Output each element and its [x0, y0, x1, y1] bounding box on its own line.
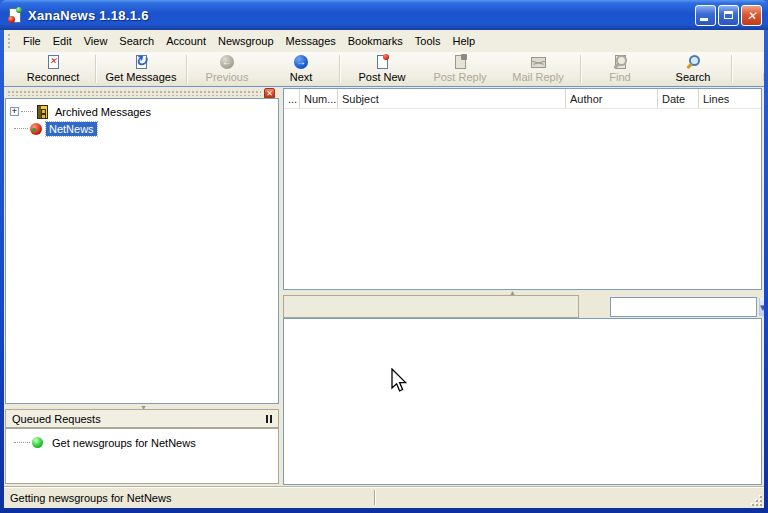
search-button[interactable]: Search: [657, 52, 729, 85]
menu-grip-handle[interactable]: [7, 33, 11, 49]
combobox-dropdown-button[interactable]: ▾: [759, 298, 764, 316]
get-messages-icon: ↻: [133, 54, 149, 70]
window-title: XanaNews 1.18.1.6: [28, 8, 149, 23]
print-label: Print: [763, 71, 764, 83]
previous-label: Previous: [206, 71, 249, 83]
menu-bar: File Edit View Search Account Newsgroup …: [4, 30, 764, 53]
toolbar-separator: [580, 55, 581, 83]
column-header-subject[interactable]: Subject: [338, 89, 566, 108]
menu-item-messages[interactable]: Messages: [280, 32, 342, 50]
title-bar[interactable]: XanaNews 1.18.1.6 ✕: [0, 0, 768, 30]
post-new-button[interactable]: Post New: [342, 52, 422, 85]
menu-item-search[interactable]: Search: [113, 32, 160, 50]
close-button[interactable]: ✕: [741, 5, 762, 26]
menu-item-bookmarks[interactable]: Bookmarks: [342, 32, 409, 50]
maximize-button[interactable]: [718, 5, 739, 26]
status-bar: Getting newsgroups for NetNews: [4, 486, 764, 508]
reconnect-button[interactable]: ✕ Reconnect: [13, 52, 93, 85]
reconnect-label: Reconnect: [27, 71, 80, 83]
mail-reply-icon: [530, 54, 546, 70]
message-header-strip[interactable]: [283, 295, 579, 318]
column-header-flag[interactable]: ...: [284, 89, 300, 108]
toolbar-separator: [95, 55, 96, 83]
toolbar-separator: [731, 55, 732, 83]
search-icon: [685, 54, 701, 70]
close-icon: ✕: [742, 7, 761, 25]
get-messages-button[interactable]: ↻ Get Messages: [98, 52, 184, 85]
menu-item-view[interactable]: View: [78, 32, 114, 50]
minimize-icon: [700, 18, 708, 21]
queued-request-item[interactable]: Get newsgroups for NetNews: [6, 434, 278, 451]
message-list-column-header: ... Num... Subject Author Date Lines: [284, 89, 761, 109]
mail-reply-button: Mail Reply: [498, 52, 578, 85]
find-label: Find: [609, 71, 630, 83]
status-text: Getting newsgroups for NetNews: [4, 492, 171, 504]
tree-branch-line: [14, 442, 30, 444]
message-body-pane[interactable]: [283, 318, 762, 485]
next-label: Next: [290, 71, 313, 83]
find-button: Find: [583, 52, 657, 85]
post-reply-button: Post Reply: [422, 52, 498, 85]
status-bar-divider: [374, 490, 375, 505]
chevron-down-icon: ▾: [760, 301, 764, 314]
menu-item-tools[interactable]: Tools: [409, 32, 447, 50]
post-new-label: Post New: [358, 71, 405, 83]
queued-request-label: Get newsgroups for NetNews: [49, 436, 199, 450]
expand-icon[interactable]: +: [10, 107, 19, 116]
menu-item-help[interactable]: Help: [446, 32, 481, 50]
toolbar-separator: [339, 55, 340, 83]
drag-dots: [7, 90, 261, 96]
column-header-date[interactable]: Date: [658, 89, 699, 108]
menu-item-account[interactable]: Account: [160, 32, 212, 50]
app-icon: [7, 7, 23, 23]
column-header-author[interactable]: Author: [566, 89, 658, 108]
combobox-input[interactable]: [611, 298, 759, 316]
post-new-icon: [374, 54, 390, 70]
menu-item-file[interactable]: File: [17, 32, 47, 50]
search-label: Search: [676, 71, 711, 83]
green-ball-icon: [32, 437, 43, 448]
reconnect-icon: ✕: [45, 54, 61, 70]
tree-item-label-selected[interactable]: NetNews: [46, 122, 97, 136]
tree-branch-line: [21, 111, 33, 113]
tree-item-label[interactable]: Archived Messages: [52, 105, 154, 119]
get-messages-label: Get Messages: [106, 71, 177, 83]
news-globe-icon: [30, 123, 42, 135]
previous-button: ← Previous: [189, 52, 265, 85]
next-button[interactable]: → Next: [265, 52, 337, 85]
post-reply-icon: [452, 54, 468, 70]
header-filter-combobox[interactable]: ▾: [610, 297, 757, 317]
message-list[interactable]: ... Num... Subject Author Date Lines: [283, 88, 762, 290]
minimize-button[interactable]: [695, 5, 716, 26]
post-reply-label: Post Reply: [433, 71, 486, 83]
queued-requests-title: Queued Requests: [12, 413, 266, 425]
column-header-number[interactable]: Num...: [300, 89, 338, 108]
archive-cabinet-icon: [37, 105, 48, 119]
tree-item-archived-messages[interactable]: + Archived Messages: [8, 103, 276, 120]
menu-item-newsgroup[interactable]: Newsgroup: [212, 32, 280, 50]
menu-item-edit[interactable]: Edit: [47, 32, 78, 50]
toolbar: ✕ Reconnect ↻ Get Messages ← Previous → …: [4, 52, 764, 87]
toolbar-separator: [186, 55, 187, 83]
tree-item-netnews[interactable]: NetNews: [8, 120, 276, 137]
tree-panel-drag-strip[interactable]: ✕: [5, 88, 279, 98]
pause-icon[interactable]: [266, 415, 272, 423]
column-header-lines[interactable]: Lines: [699, 89, 759, 108]
previous-icon: ←: [219, 54, 235, 70]
queued-requests-header[interactable]: Queued Requests: [5, 409, 279, 428]
find-icon: [612, 54, 628, 70]
tree-branch-line: [14, 128, 28, 130]
mail-reply-label: Mail Reply: [512, 71, 563, 83]
maximize-icon: [724, 11, 733, 19]
application-window: XanaNews 1.18.1.6 ✕ File Edit View Searc…: [0, 0, 768, 513]
client-area: File Edit View Search Account Newsgroup …: [4, 30, 764, 508]
resize-grip[interactable]: [750, 494, 763, 507]
next-icon: →: [293, 54, 309, 70]
print-button: Print: [734, 52, 764, 85]
folder-tree[interactable]: + Archived Messages NetNews: [5, 98, 279, 404]
queued-requests-list[interactable]: Get newsgroups for NetNews: [5, 428, 279, 484]
